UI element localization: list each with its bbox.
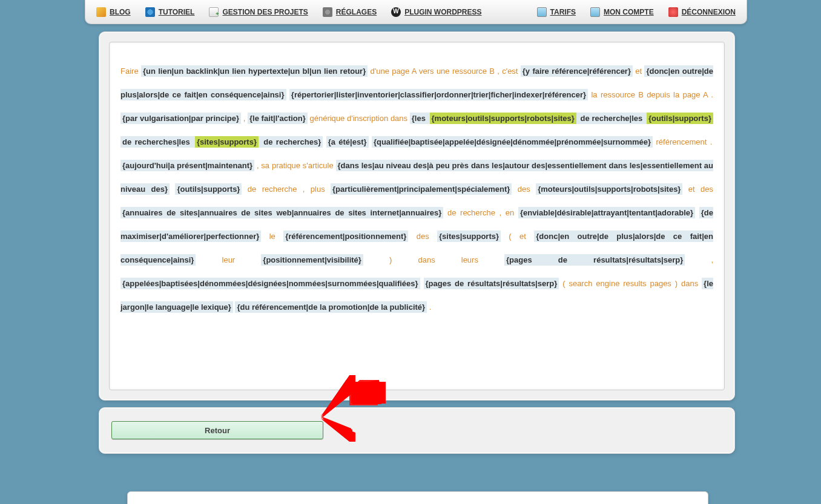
nav-plugin-wordpress-icon (391, 7, 401, 17)
spintax-panel: Faire {un lien|un backlink|un lien hyper… (99, 31, 735, 401)
plain-text: des (408, 232, 437, 241)
plain-text: la ressource B depuis la page A . (588, 90, 713, 99)
spintax-token: {pages de résultats|résultats|serp} (504, 254, 685, 266)
nav-plugin-wordpress-label: PLUGIN WORDPRESS (404, 8, 481, 16)
nav-blog-icon (96, 7, 106, 17)
spintax-token: {outils|supports} (175, 183, 242, 195)
nav-deconnexion-label: DÉCONNEXION (682, 8, 736, 16)
spintax-highlight: {outils|supports} (647, 113, 713, 124)
plain-text: le (261, 232, 283, 241)
nav-mon-compte-label: MON COMPTE (604, 8, 654, 16)
spintax-token: {qualifiée|baptisée|appelée|désignée|dén… (372, 136, 653, 148)
plain-text (420, 279, 424, 288)
footer-panel (127, 491, 708, 504)
plain-text: de recherche , plus (242, 185, 331, 194)
nav-tutoriel-icon (145, 7, 155, 17)
plain-text (323, 137, 326, 146)
spintax-token: {moteurs|outils|supports|robots|sites} (536, 183, 682, 195)
plain-text: , (241, 114, 248, 123)
spintax-token: {référencement|positionnement} (283, 231, 408, 242)
nav-mon-compte[interactable]: MON COMPTE (590, 7, 654, 17)
nav-gestion-projets-label: GESTION DES PROJETS (222, 8, 308, 16)
nav-deconnexion-icon (668, 7, 678, 17)
plain-text: ( search engine results pages ) dans (559, 279, 702, 288)
nav-deconnexion[interactable]: DÉCONNEXION (668, 7, 736, 17)
plain-text: référencement . (653, 137, 712, 146)
spintax-content: Faire {un lien|un backlink|un lien hyper… (120, 59, 713, 319)
spintax-token: {y faire référence|référencer} (521, 65, 633, 77)
spintax-token: {sites|supports} (437, 231, 501, 242)
plain-text: Faire (120, 67, 141, 76)
spintax-token: {le fait|l'action} (248, 113, 308, 124)
plain-text: ( et (501, 232, 534, 241)
plain-text (695, 208, 699, 217)
spintax-token: de recherches} (259, 136, 323, 148)
spintax-token: {du référencement|de la promotion|de la … (235, 301, 427, 313)
spintax-token: {répertorier|lister|inventorier|classifi… (289, 89, 588, 100)
top-nav: BLOGTUTORIELGESTION DES PROJETSRÉGLAGESP… (85, 0, 747, 24)
plain-text: et (633, 67, 644, 76)
spintax-token: {aujourd'hui|a présent|maintenant} (120, 160, 254, 171)
plain-text: , (685, 255, 713, 264)
nav-right-group: TARIFSMON COMPTEDÉCONNEXION (537, 7, 736, 17)
spintax-token: {particulièrement|principalement|spécial… (331, 183, 512, 195)
spintax-token: {un lien|un backlink|un lien hypertexte|… (141, 65, 368, 77)
spintax-token: {appelées|baptisées|dénommées|désignées|… (120, 278, 420, 289)
nav-reglages-icon (323, 7, 332, 17)
plain-text: et des (682, 185, 713, 194)
nav-tutoriel-label: TUTORIEL (159, 8, 195, 16)
spintax-token: de recherche|les (576, 113, 647, 124)
nav-mon-compte-icon (590, 7, 600, 17)
plain-text (170, 185, 175, 194)
nav-gestion-projets[interactable]: GESTION DES PROJETS (209, 7, 308, 17)
nav-blog[interactable]: BLOG (96, 7, 131, 17)
spintax-token: {les (410, 113, 430, 124)
plain-text: d'une page A vers une ressource B , c'es… (368, 67, 521, 76)
spintax-highlight: {moteurs|outils|supports|robots|sites} (430, 113, 576, 124)
retour-button[interactable]: Retour (111, 421, 323, 439)
nav-reglages-label: RÉGLAGES (336, 8, 377, 16)
plain-text: générique d'inscription dans (308, 114, 410, 123)
plain-text: de recherche , en (443, 208, 518, 217)
nav-tarifs[interactable]: TARIFS (537, 7, 576, 17)
plain-text: , sa pratique s'articule (254, 161, 335, 170)
spintax-token: {enviable|désirable|attrayant|tentant|ad… (518, 207, 695, 218)
spintax-highlight: {sites|supports} (195, 136, 259, 148)
nav-blog-label: BLOG (110, 8, 131, 16)
nav-gestion-projets-icon (209, 7, 219, 17)
spintax-token: {annuaires de sites|annuaires de sites w… (120, 207, 443, 218)
spintax-token: {a été|est} (326, 136, 369, 148)
nav-left-group: BLOGTUTORIELGESTION DES PROJETSRÉGLAGESP… (96, 7, 482, 17)
plain-text: . (427, 303, 431, 312)
spintax-token: {par vulgarisation|par principe} (120, 113, 241, 124)
nav-tutoriel[interactable]: TUTORIEL (145, 7, 195, 17)
spintax-token: de recherches|les (120, 136, 195, 148)
spintax-token: {pages de résultats|résultats|serp} (424, 278, 559, 289)
plain-text: leur (196, 255, 261, 264)
spintax-panel-inner: Faire {un lien|un backlink|un lien hyper… (109, 42, 725, 390)
nav-reglages[interactable]: RÉGLAGES (323, 7, 377, 17)
nav-plugin-wordpress[interactable]: PLUGIN WORDPRESS (391, 7, 481, 17)
action-panel: Retour (99, 407, 735, 454)
nav-tarifs-icon (537, 7, 547, 17)
nav-tarifs-label: TARIFS (550, 8, 576, 16)
plain-text: des (512, 185, 536, 194)
plain-text: ) dans leurs (363, 255, 504, 264)
spintax-token: {positionnement|visibilité} (261, 254, 363, 266)
